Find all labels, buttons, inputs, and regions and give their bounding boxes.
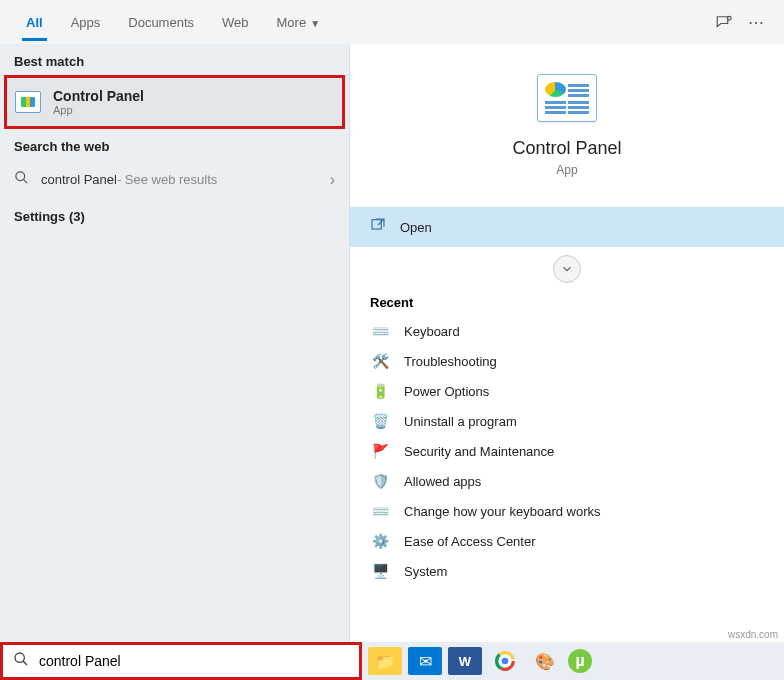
recent-item[interactable]: 🗑️Uninstall a program — [350, 406, 784, 436]
recent-item[interactable]: ⚙️Ease of Access Center — [350, 526, 784, 556]
best-match-title: Control Panel — [53, 88, 144, 104]
svg-rect-3 — [372, 220, 381, 229]
preview-panel: Control Panel App Open Recent ⌨️Keyboard… — [350, 44, 784, 642]
feedback-icon[interactable] — [708, 6, 740, 38]
best-match-result[interactable]: Control Panel App — [4, 75, 345, 129]
recent-item-label: Allowed apps — [404, 474, 481, 489]
recent-item-label: Uninstall a program — [404, 414, 517, 429]
recent-item-label: Change how your keyboard works — [404, 504, 601, 519]
recent-item-label: Troubleshooting — [404, 354, 497, 369]
results-panel: Best match Control Panel App Search the … — [0, 44, 350, 642]
recent-item[interactable]: 🔋Power Options — [350, 376, 784, 406]
recent-item-icon: 🚩 — [370, 443, 390, 459]
recent-item-label: Security and Maintenance — [404, 444, 554, 459]
search-input[interactable] — [39, 653, 349, 669]
open-action[interactable]: Open — [350, 207, 784, 247]
svg-point-10 — [502, 658, 509, 665]
recent-item-icon: 🗑️ — [370, 413, 390, 429]
chevron-right-icon: › — [330, 171, 335, 189]
svg-point-0 — [727, 16, 731, 20]
recent-item-icon: ⚙️ — [370, 533, 390, 549]
recent-item[interactable]: 🛠️Troubleshooting — [350, 346, 784, 376]
svg-line-2 — [23, 179, 27, 183]
recent-label: Recent — [350, 291, 784, 316]
tab-all[interactable]: All — [12, 5, 57, 40]
file-explorer-icon[interactable]: 📁 — [368, 647, 402, 675]
web-result[interactable]: control Panel - See web results › — [0, 160, 349, 199]
preview-subtitle: App — [556, 163, 577, 177]
recent-item-icon: 🛡️ — [370, 473, 390, 489]
svg-line-5 — [23, 661, 27, 665]
search-tabs: All Apps Documents Web More▼ ⋯ — [0, 0, 784, 44]
control-panel-icon — [15, 91, 41, 113]
recent-item-label: Ease of Access Center — [404, 534, 536, 549]
tab-web[interactable]: Web — [208, 5, 263, 40]
watermark: wsxdn.com — [728, 629, 778, 640]
recent-item-icon: 🔋 — [370, 383, 390, 399]
chevron-down-icon: ▼ — [310, 18, 320, 29]
recent-list: ⌨️Keyboard🛠️Troubleshooting🔋Power Option… — [350, 316, 784, 586]
recent-item-label: Power Options — [404, 384, 489, 399]
svg-point-1 — [16, 172, 25, 181]
recent-item-label: Keyboard — [404, 324, 460, 339]
search-box[interactable] — [0, 642, 362, 680]
search-icon — [13, 651, 29, 671]
search-icon — [14, 170, 29, 189]
utorrent-icon[interactable]: µ — [568, 649, 592, 673]
open-label: Open — [400, 220, 432, 235]
recent-item-icon: 🖥️ — [370, 563, 390, 579]
recent-item[interactable]: 🖥️System — [350, 556, 784, 586]
tab-more[interactable]: More▼ — [263, 5, 335, 40]
more-options-icon[interactable]: ⋯ — [740, 6, 772, 38]
mail-icon[interactable]: ✉ — [408, 647, 442, 675]
svg-point-4 — [15, 653, 24, 662]
open-icon — [370, 217, 386, 237]
search-web-label: Search the web — [0, 129, 349, 160]
recent-item-icon: 🛠️ — [370, 353, 390, 369]
recent-item[interactable]: ⌨️Change how your keyboard works — [350, 496, 784, 526]
recent-item[interactable]: 🚩Security and Maintenance — [350, 436, 784, 466]
taskbar: 📁 ✉ W 🎨 µ — [362, 642, 784, 680]
paint-icon[interactable]: 🎨 — [528, 647, 562, 675]
preview-title: Control Panel — [512, 138, 621, 159]
chrome-icon[interactable] — [488, 647, 522, 675]
best-match-subtitle: App — [53, 104, 144, 116]
recent-item[interactable]: 🛡️Allowed apps — [350, 466, 784, 496]
recent-item-icon: ⌨️ — [370, 323, 390, 339]
tab-documents[interactable]: Documents — [114, 5, 208, 40]
control-panel-large-icon — [537, 74, 597, 122]
recent-item[interactable]: ⌨️Keyboard — [350, 316, 784, 346]
recent-item-label: System — [404, 564, 447, 579]
recent-item-icon: ⌨️ — [370, 503, 390, 519]
preview-hero: Control Panel App — [350, 44, 784, 197]
expand-actions — [350, 247, 784, 291]
best-match-label: Best match — [0, 44, 349, 75]
settings-label[interactable]: Settings (3) — [0, 199, 349, 230]
expand-button[interactable] — [553, 255, 581, 283]
tab-apps[interactable]: Apps — [57, 5, 115, 40]
web-query-text: control Panel — [41, 172, 117, 187]
web-suffix: - See web results — [117, 172, 217, 187]
word-icon[interactable]: W — [448, 647, 482, 675]
